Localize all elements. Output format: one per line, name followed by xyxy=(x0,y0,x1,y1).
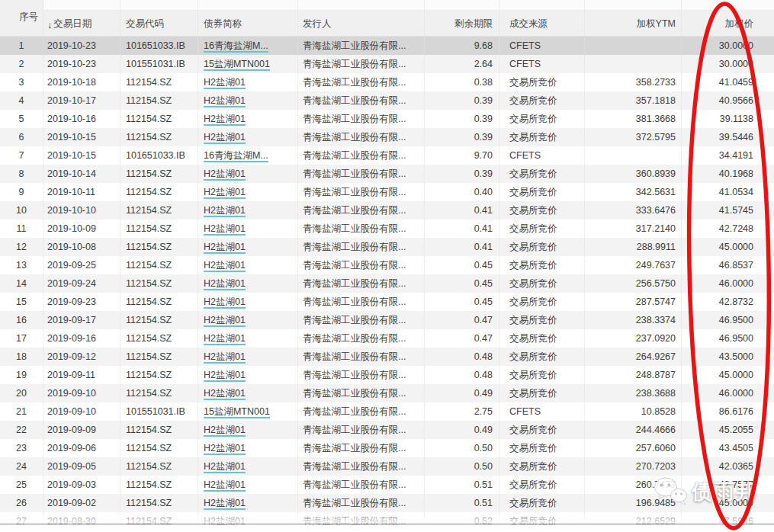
bond-name-link[interactable]: H2盐湖01 xyxy=(204,114,246,126)
bond-name-link[interactable]: H2盐湖01 xyxy=(204,260,246,272)
bond-name-link[interactable]: H2盐湖01 xyxy=(204,461,246,473)
header-cell-price[interactable]: 加权价 xyxy=(682,0,774,36)
cell-term: 0.41 xyxy=(425,238,499,256)
cell-date: 2019-09-10 xyxy=(43,384,120,402)
bond-name-link[interactable]: H2盐湖01 xyxy=(204,187,246,199)
table-row[interactable]: 222019-09-09112154.SZH2盐湖01青海盐湖工业股份有限...… xyxy=(0,421,774,439)
bond-name-link[interactable]: H2盐湖01 xyxy=(204,242,246,254)
table-row[interactable]: 112019-10-09112154.SZH2盐湖01青海盐湖工业股份有限...… xyxy=(0,220,774,238)
bond-name-link[interactable]: 15盐湖MTN001 xyxy=(204,59,270,71)
cell-price: 40.1968 xyxy=(682,165,774,183)
cell-date: 2019-10-09 xyxy=(43,220,120,238)
cell-date: 2019-10-16 xyxy=(43,110,120,128)
cell-seq: 26 xyxy=(0,494,43,512)
cell-term: 0.47 xyxy=(425,329,499,348)
header-cell-term[interactable]: 剩余期限 xyxy=(425,0,499,36)
table-row[interactable]: 102019-10-10112154.SZH2盐湖01青海盐湖工业股份有限...… xyxy=(0,201,774,220)
table-row[interactable]: 212019-09-10101551031.IB15盐湖MTN001青海盐湖工业… xyxy=(0,402,774,421)
header-cell-ytm[interactable]: 加权YTM xyxy=(585,0,682,36)
bond-name-link[interactable]: H2盐湖01 xyxy=(204,223,246,236)
table-row[interactable]: 202019-09-10112154.SZH2盐湖01青海盐湖工业股份有限...… xyxy=(0,384,774,402)
bond-name-link[interactable]: H2盐湖01 xyxy=(204,443,246,455)
cell-seq: 8 xyxy=(0,165,43,183)
cell-seq: 21 xyxy=(0,402,43,421)
header-label: 债券简称 xyxy=(204,18,242,30)
table-row[interactable]: 252019-09-03112154.SZH2盐湖01青海盐湖工业股份有限...… xyxy=(0,476,774,494)
cell-code: 112154.SZ xyxy=(120,110,198,128)
cell-code: 112154.SZ xyxy=(120,91,198,110)
bond-name-link[interactable]: H2盐湖01 xyxy=(204,351,246,364)
bond-name-link[interactable]: H2盐湖01 xyxy=(204,132,246,144)
cell-seq: 1 xyxy=(0,37,43,55)
bond-name-link[interactable]: H2盐湖01 xyxy=(204,205,246,217)
cell-code: 112154.SZ xyxy=(120,329,198,348)
bond-name-link[interactable]: H2盐湖01 xyxy=(204,168,246,181)
sort-desc-icon: ↓ xyxy=(47,20,52,30)
table-row[interactable]: 12019-10-23101651033.IB16青海盐湖M...青海盐湖工业股… xyxy=(0,37,774,55)
cell-ytm: 237.0920 xyxy=(585,329,682,348)
bond-name-link[interactable]: 15盐湖MTN001 xyxy=(204,406,270,418)
cell-term: 0.49 xyxy=(425,421,499,439)
cell-issuer: 青海盐湖工业股份有限... xyxy=(298,37,425,55)
cell-code: 112154.SZ xyxy=(120,238,198,256)
table-row[interactable]: 42019-10-17112154.SZH2盐湖01青海盐湖工业股份有限...0… xyxy=(0,91,774,110)
table-row[interactable]: 92019-10-11112154.SZH2盐湖01青海盐湖工业股份有限...0… xyxy=(0,183,774,201)
table-row[interactable]: 262019-09-02112154.SZH2盐湖01青海盐湖工业股份有限...… xyxy=(0,494,774,512)
table-row[interactable]: 82019-10-14112154.SZH2盐湖01青海盐湖工业股份有限...0… xyxy=(0,165,774,183)
table-row[interactable]: 122019-10-08112154.SZH2盐湖01青海盐湖工业股份有限...… xyxy=(0,238,774,256)
header-cell-code[interactable]: 交易代码 xyxy=(120,0,198,36)
table-row[interactable]: 232019-09-06112154.SZH2盐湖01青海盐湖工业股份有限...… xyxy=(0,439,774,457)
header-label: 交易代码 xyxy=(126,18,164,30)
bond-name-link[interactable]: H2盐湖01 xyxy=(204,370,246,382)
bond-name-link[interactable]: H2盐湖01 xyxy=(204,388,246,400)
table-row[interactable]: 72019-10-15101651033.IB16青海盐湖M...青海盐湖工业股… xyxy=(0,146,774,165)
cell-source: 交易所竞价 xyxy=(499,311,585,329)
bond-name-link[interactable]: H2盐湖01 xyxy=(204,278,246,290)
table-row[interactable]: 162019-09-17112154.SZH2盐湖01青海盐湖工业股份有限...… xyxy=(0,311,774,329)
cell-name: H2盐湖01 xyxy=(198,73,298,91)
header-label: 交易日期 xyxy=(53,18,92,30)
cell-seq: 19 xyxy=(0,366,43,384)
bond-name-link[interactable]: H2盐湖01 xyxy=(204,425,246,437)
cell-code: 101651033.IB xyxy=(120,146,198,165)
cell-date: 2019-10-15 xyxy=(43,146,120,165)
header-cell-source[interactable]: 成交来源 xyxy=(499,0,585,36)
bond-name-link[interactable]: H2盐湖01 xyxy=(204,315,246,327)
bond-name-link[interactable]: H2盐湖01 xyxy=(204,498,246,510)
cell-ytm: 270.7203 xyxy=(585,457,682,476)
table-row[interactable]: 172019-09-16112154.SZH2盐湖01青海盐湖工业股份有限...… xyxy=(0,329,774,348)
table-row[interactable]: 52019-10-16112154.SZH2盐湖01青海盐湖工业股份有限...0… xyxy=(0,110,774,128)
table-row[interactable]: 32019-10-18112154.SZH2盐湖01青海盐湖工业股份有限...0… xyxy=(0,73,774,91)
table-row[interactable]: 142019-09-24112154.SZH2盐湖01青海盐湖工业股份有限...… xyxy=(0,274,774,293)
bond-name-link[interactable]: 16青海盐湖M... xyxy=(204,40,268,53)
cell-ytm xyxy=(585,37,682,55)
cell-term: 0.39 xyxy=(425,110,499,128)
table-row[interactable]: 152019-09-23112154.SZH2盐湖01青海盐湖工业股份有限...… xyxy=(0,293,774,311)
bond-name-link[interactable]: 16青海盐湖M... xyxy=(204,150,268,162)
cell-ytm: 257.6060 xyxy=(585,439,682,457)
cell-source: CFETS xyxy=(499,37,585,55)
header-label: 序号 xyxy=(19,11,38,24)
bond-name-link[interactable]: H2盐湖01 xyxy=(204,296,246,309)
cell-term: 0.40 xyxy=(425,183,499,201)
cell-code: 112154.SZ xyxy=(120,256,198,274)
cell-date: 2019-09-25 xyxy=(43,256,120,274)
table-row[interactable]: 242019-09-05112154.SZH2盐湖01青海盐湖工业股份有限...… xyxy=(0,457,774,476)
bond-name-link[interactable]: H2盐湖01 xyxy=(204,95,246,107)
cell-issuer: 青海盐湖工业股份有限... xyxy=(298,348,425,366)
cell-seq: 20 xyxy=(0,384,43,402)
table-row[interactable]: 62019-10-15112154.SZH2盐湖01青海盐湖工业股份有限...0… xyxy=(0,128,774,146)
header-cell-issuer[interactable]: 发行人 xyxy=(298,0,425,36)
cell-term: 0.47 xyxy=(425,311,499,329)
header-cell-name[interactable]: 债券简称 xyxy=(198,0,298,36)
cell-date: 2019-09-09 xyxy=(43,421,120,439)
table-row[interactable]: 132019-09-25112154.SZH2盐湖01青海盐湖工业股份有限...… xyxy=(0,256,774,274)
bond-name-link[interactable]: H2盐湖01 xyxy=(204,77,246,89)
table-row[interactable]: 192019-09-11112154.SZH2盐湖01青海盐湖工业股份有限...… xyxy=(0,366,774,384)
table-row[interactable]: 182019-09-12112154.SZH2盐湖01青海盐湖工业股份有限...… xyxy=(0,348,774,366)
bond-name-link[interactable]: H2盐湖01 xyxy=(204,333,246,345)
bond-name-link[interactable]: H2盐湖01 xyxy=(204,479,246,492)
header-cell-date[interactable]: ↓ 交易日期 xyxy=(43,0,120,36)
header-cell-seq[interactable]: 序号 xyxy=(0,0,43,36)
table-row[interactable]: 22019-10-23101551031.IB15盐湖MTN001青海盐湖工业股… xyxy=(0,55,774,73)
